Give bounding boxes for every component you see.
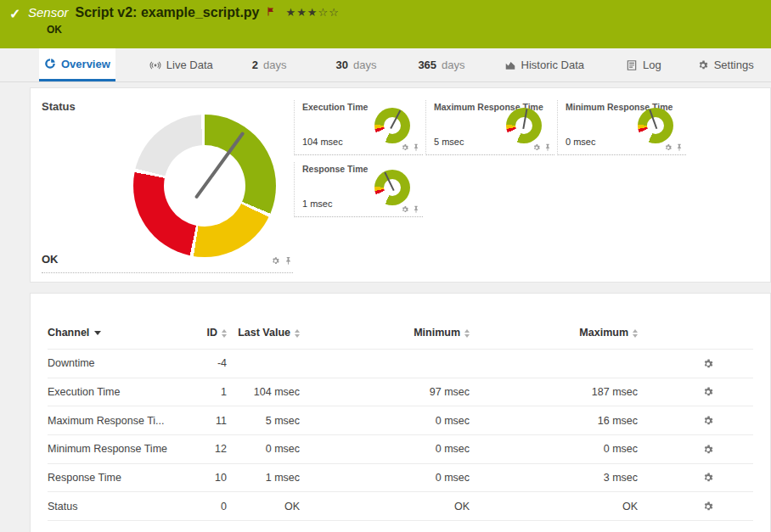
gauge-panel-minimum-response-time: Minimum Response Time 0 msec bbox=[557, 100, 686, 155]
tab-historic-data[interactable]: Historic Data bbox=[499, 48, 589, 81]
gauge-value: 104 msec bbox=[302, 137, 343, 147]
tab-overview[interactable]: Overview bbox=[39, 48, 115, 81]
tab-log[interactable]: Log bbox=[621, 48, 667, 81]
gauge-needle bbox=[522, 109, 527, 129]
gear-icon[interactable] bbox=[401, 143, 409, 152]
priority-stars[interactable]: ★★★☆☆ bbox=[286, 6, 340, 20]
column-header-id[interactable]: ID bbox=[171, 322, 227, 349]
channel-settings-gear-icon[interactable] bbox=[702, 472, 714, 484]
cell-maximum: 187 msec bbox=[470, 378, 638, 406]
sensor-status-text: OK bbox=[47, 24, 62, 36]
cell-channel[interactable]: Execution Time bbox=[48, 378, 171, 406]
area-chart-icon bbox=[504, 59, 516, 71]
tab-label: Historic Data bbox=[521, 59, 584, 71]
cell-id: 12 bbox=[171, 434, 227, 463]
column-header-minimum[interactable]: Minimum bbox=[300, 322, 470, 349]
gear-icon[interactable] bbox=[401, 205, 409, 214]
gauge-panel-execution-time: Execution Time 104 msec bbox=[294, 100, 423, 155]
tab-2-days[interactable]: 2 days bbox=[247, 48, 292, 81]
tab-unit: days bbox=[442, 59, 464, 71]
channel-table: Channel ID Last Value Minimum Maximum Do… bbox=[48, 322, 753, 521]
pin-icon[interactable] bbox=[412, 205, 420, 214]
gauge-value: 0 msec bbox=[566, 137, 595, 147]
cell-minimum: 0 msec bbox=[300, 434, 470, 463]
cell-channel[interactable]: Maximum Response Ti... bbox=[48, 406, 171, 435]
channel-settings-gear-icon[interactable] bbox=[702, 444, 714, 456]
status-gauge-needle bbox=[194, 132, 245, 199]
column-header-maximum[interactable]: Maximum bbox=[470, 322, 638, 349]
cell-id: 11 bbox=[171, 406, 227, 435]
flag-icon[interactable] bbox=[266, 6, 276, 17]
sort-icon[interactable] bbox=[222, 329, 227, 338]
cell-id: -4 bbox=[171, 349, 227, 378]
sensor-type-label: Sensor bbox=[28, 4, 69, 21]
channel-settings-gear-icon[interactable] bbox=[702, 386, 714, 398]
execution-time-gauge bbox=[374, 108, 410, 143]
tab-30-days[interactable]: 30 days bbox=[330, 48, 381, 81]
status-panel-title: Status bbox=[42, 100, 76, 113]
cell-maximum: 16 msec bbox=[470, 406, 638, 435]
pin-icon[interactable] bbox=[675, 143, 684, 152]
table-row-status: Status 0 OK OK OK bbox=[48, 492, 753, 521]
cell-last-value: 5 msec bbox=[227, 406, 300, 435]
sensor-header: ✓ Sensor Script v2: example_script.py ★★… bbox=[0, 0, 771, 48]
cell-minimum: 0 msec bbox=[300, 406, 470, 435]
gear-icon[interactable] bbox=[271, 256, 280, 266]
sort-icon[interactable] bbox=[295, 329, 300, 338]
pin-icon[interactable] bbox=[284, 256, 293, 266]
cell-last-value: OK bbox=[227, 492, 300, 521]
gear-icon[interactable] bbox=[664, 143, 673, 152]
minimum-response-time-gauge bbox=[638, 108, 673, 143]
cell-maximum: 3 msec bbox=[470, 463, 638, 492]
cell-channel[interactable]: Response Time bbox=[48, 463, 171, 492]
column-header-actions bbox=[638, 322, 753, 349]
cell-channel[interactable]: Minimum Response Time bbox=[48, 434, 171, 463]
gauge-panel-maximum-response-time: Maximum Response Time 5 msec bbox=[425, 100, 554, 155]
gauge-panel-response-time: Response Time 1 msec bbox=[294, 162, 423, 217]
cell-channel[interactable]: Status bbox=[48, 492, 171, 521]
channel-settings-gear-icon[interactable] bbox=[702, 415, 714, 427]
table-row-maximum-response-time: Maximum Response Ti... 11 5 msec 0 msec … bbox=[48, 406, 753, 435]
pin-icon[interactable] bbox=[543, 143, 552, 152]
tab-365-days[interactable]: 365 days bbox=[413, 48, 470, 81]
sort-desc-icon[interactable] bbox=[94, 331, 101, 335]
channel-settings-gear-icon[interactable] bbox=[702, 501, 714, 512]
table-row-execution-time: Execution Time 1 104 msec 97 msec 187 ms… bbox=[48, 378, 753, 406]
status-value: OK bbox=[42, 253, 59, 266]
status-check-icon: ✓ bbox=[9, 6, 20, 22]
gauge-needle bbox=[390, 110, 401, 129]
prtg-sensor-page: ✓ Sensor Script v2: example_script.py ★★… bbox=[0, 0, 771, 532]
tab-live-data[interactable]: Live Data bbox=[144, 48, 218, 81]
tab-number: 30 bbox=[335, 59, 347, 71]
table-row-response-time: Response Time 10 1 msec 0 msec 3 msec bbox=[48, 463, 753, 492]
broadcast-icon bbox=[149, 59, 161, 71]
cell-last-value: 1 msec bbox=[227, 463, 300, 492]
cell-id: 0 bbox=[171, 492, 227, 521]
cell-channel[interactable]: Downtime bbox=[48, 349, 171, 378]
cell-maximum: OK bbox=[470, 492, 638, 521]
sort-icon[interactable] bbox=[633, 329, 638, 338]
response-time-gauge bbox=[374, 170, 410, 205]
tab-settings[interactable]: Settings bbox=[692, 48, 759, 81]
gauge-value: 1 msec bbox=[302, 199, 332, 209]
column-header-last-value[interactable]: Last Value bbox=[227, 322, 300, 349]
status-footer: OK bbox=[42, 253, 293, 273]
stars-filled: ★★★ bbox=[286, 6, 318, 19]
cell-minimum: 0 msec bbox=[300, 463, 470, 492]
cell-maximum: 0 msec bbox=[470, 434, 638, 463]
content-area: Status OK Execution Time 104 msec bbox=[30, 87, 771, 532]
tab-label: Overview bbox=[61, 58, 110, 70]
tab-label: Log bbox=[643, 59, 661, 71]
gauge-needle bbox=[649, 109, 657, 129]
pin-icon[interactable] bbox=[412, 143, 420, 152]
column-header-channel[interactable]: Channel bbox=[48, 322, 171, 349]
sensor-title: Script v2: example_script.py bbox=[76, 4, 260, 21]
log-list-icon bbox=[626, 59, 638, 71]
tab-unit: days bbox=[353, 59, 376, 71]
gauge-needle bbox=[384, 172, 394, 191]
tab-label: Live Data bbox=[166, 59, 213, 71]
gear-icon[interactable] bbox=[532, 143, 541, 152]
channel-settings-gear-icon[interactable] bbox=[702, 358, 714, 370]
sort-icon[interactable] bbox=[464, 329, 470, 338]
stars-empty: ☆☆ bbox=[318, 6, 339, 19]
